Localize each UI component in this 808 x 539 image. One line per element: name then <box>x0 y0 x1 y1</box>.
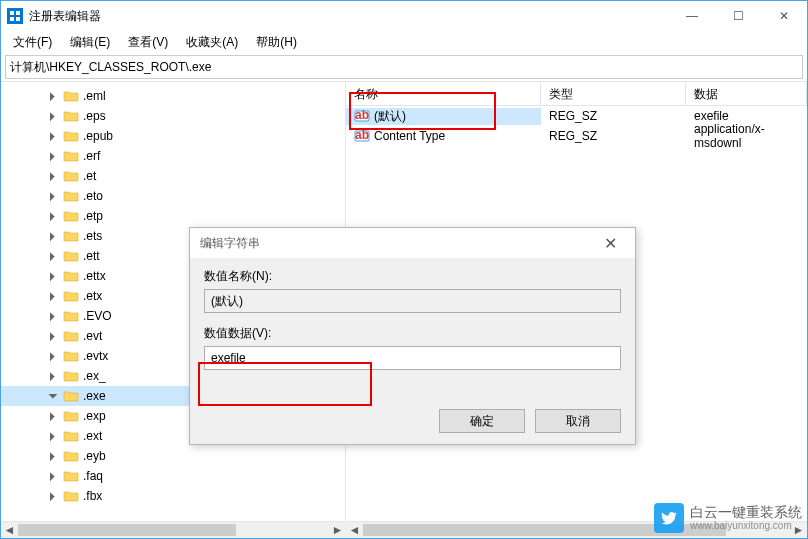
tree-item-label: .ets <box>83 229 102 243</box>
tree-item[interactable]: ⏵.etp <box>1 206 345 226</box>
expand-icon[interactable]: ⏵ <box>47 149 59 163</box>
expand-icon[interactable]: ⏵ <box>47 269 59 283</box>
value-name: (默认) <box>374 108 406 125</box>
tree-item-label: .et <box>83 169 96 183</box>
tree-item[interactable]: ⏵.fbx <box>1 486 345 506</box>
tree-hscroll[interactable]: ◄ ► <box>1 521 346 538</box>
expand-icon[interactable]: ⏵ <box>47 109 59 123</box>
scroll-left-icon[interactable]: ◄ <box>346 522 363 538</box>
value-data: exefile <box>694 109 729 123</box>
tree-item-label: .epub <box>83 129 113 143</box>
expand-icon[interactable]: ⏵ <box>47 349 59 363</box>
tree-item-label: .ex_ <box>83 369 106 383</box>
list-rows: ab(默认)REG_SZexefileabContent TypeREG_SZa… <box>346 106 807 146</box>
watermark-title: 白云一键重装系统 <box>690 505 802 520</box>
watermark-icon <box>654 503 684 533</box>
tree-item-label: .exp <box>83 409 106 423</box>
expand-icon[interactable]: ⏵ <box>47 429 59 443</box>
expand-icon[interactable]: ⏵ <box>47 249 59 263</box>
expand-icon[interactable]: ⏵ <box>47 369 59 383</box>
close-button[interactable]: ✕ <box>761 1 807 31</box>
tree-item-label: .fbx <box>83 489 102 503</box>
expand-icon[interactable]: ⏵ <box>47 409 59 423</box>
dialog-close-button[interactable]: ✕ <box>595 228 625 258</box>
tree-item[interactable]: ⏵.et <box>1 166 345 186</box>
svg-rect-3 <box>16 17 20 21</box>
app-icon <box>7 8 23 24</box>
tree-item-label: .exe <box>83 389 106 403</box>
titlebar: 注册表编辑器 — ☐ ✕ <box>1 1 807 31</box>
menu-edit[interactable]: 编辑(E) <box>62 32 118 53</box>
window-title: 注册表编辑器 <box>29 8 669 25</box>
minimize-button[interactable]: — <box>669 1 715 31</box>
tree-item-label: .ettx <box>83 269 106 283</box>
tree-item[interactable]: ⏵.eto <box>1 186 345 206</box>
value-name-label: 数值名称(N): <box>204 268 621 285</box>
tree-item-label: .eml <box>83 89 106 103</box>
tree-item[interactable]: ⏵.epub <box>1 126 345 146</box>
tree-item-label: .etx <box>83 289 102 303</box>
col-header-name[interactable]: 名称 <box>346 82 541 105</box>
dialog-title: 编辑字符串 <box>200 235 595 252</box>
expand-icon[interactable]: ⏷ <box>47 389 59 403</box>
tree-item[interactable]: ⏵.eml <box>1 86 345 106</box>
menu-view[interactable]: 查看(V) <box>120 32 176 53</box>
menu-help[interactable]: 帮助(H) <box>248 32 305 53</box>
tree-item-label: .etp <box>83 209 103 223</box>
tree-item-label: .eto <box>83 189 103 203</box>
value-data: application/x-msdownl <box>694 122 799 150</box>
svg-rect-1 <box>16 11 20 15</box>
menubar: 文件(F) 编辑(E) 查看(V) 收藏夹(A) 帮助(H) <box>1 31 807 53</box>
tree-item-label: .ett <box>83 249 100 263</box>
expand-icon[interactable]: ⏵ <box>47 89 59 103</box>
tree-item[interactable]: ⏵.eps <box>1 106 345 126</box>
ok-button[interactable]: 确定 <box>439 409 525 433</box>
list-row[interactable]: abContent TypeREG_SZapplication/x-msdown… <box>346 126 807 146</box>
expand-icon[interactable]: ⏵ <box>47 449 59 463</box>
expand-icon[interactable]: ⏵ <box>47 209 59 223</box>
scroll-left-icon[interactable]: ◄ <box>1 522 18 538</box>
expand-icon[interactable]: ⏵ <box>47 309 59 323</box>
value-type: REG_SZ <box>549 129 597 143</box>
col-header-data[interactable]: 数据 <box>686 82 807 105</box>
expand-icon[interactable]: ⏵ <box>47 289 59 303</box>
cancel-button[interactable]: 取消 <box>535 409 621 433</box>
watermark: 白云一键重装系统 www.baiyunxitong.com <box>654 503 802 533</box>
menu-file[interactable]: 文件(F) <box>5 32 60 53</box>
value-data-label: 数值数据(V): <box>204 325 621 342</box>
list-header: 名称 类型 数据 <box>346 82 807 106</box>
address-bar[interactable]: 计算机\HKEY_CLASSES_ROOT\.exe <box>5 55 803 79</box>
tree-item[interactable]: ⏵.erf <box>1 146 345 166</box>
tree-item-label: .evtx <box>83 349 108 363</box>
value-name: Content Type <box>374 129 445 143</box>
tree-item-label: .eyb <box>83 449 106 463</box>
expand-icon[interactable]: ⏵ <box>47 169 59 183</box>
tree-item-label: .erf <box>83 149 100 163</box>
watermark-url: www.baiyunxitong.com <box>690 520 802 531</box>
menu-favorites[interactable]: 收藏夹(A) <box>178 32 246 53</box>
tree-item[interactable]: ⏵.eyb <box>1 446 345 466</box>
svg-rect-0 <box>10 11 14 15</box>
dialog-footer: 确定 取消 <box>190 398 635 444</box>
tree-item-label: .ext <box>83 429 102 443</box>
expand-icon[interactable]: ⏵ <box>47 129 59 143</box>
value-name-field: (默认) <box>204 289 621 313</box>
expand-icon[interactable]: ⏵ <box>47 489 59 503</box>
col-header-type[interactable]: 类型 <box>541 82 686 105</box>
scroll-right-icon[interactable]: ► <box>329 522 346 538</box>
expand-icon[interactable]: ⏵ <box>47 189 59 203</box>
expand-icon[interactable]: ⏵ <box>47 469 59 483</box>
expand-icon[interactable]: ⏵ <box>47 329 59 343</box>
svg-text:ab: ab <box>355 108 369 122</box>
edit-string-dialog: 编辑字符串 ✕ 数值名称(N): (默认) 数值数据(V): 确定 取消 <box>189 227 636 445</box>
expand-icon[interactable]: ⏵ <box>47 229 59 243</box>
dialog-body: 数值名称(N): (默认) 数值数据(V): <box>190 258 635 398</box>
value-data-input[interactable] <box>204 346 621 370</box>
svg-text:ab: ab <box>355 128 369 142</box>
maximize-button[interactable]: ☐ <box>715 1 761 31</box>
tree-item-label: .eps <box>83 109 106 123</box>
dialog-titlebar: 编辑字符串 ✕ <box>190 228 635 258</box>
tree-item-label: .EVO <box>83 309 112 323</box>
address-text: 计算机\HKEY_CLASSES_ROOT\.exe <box>10 59 211 76</box>
tree-item[interactable]: ⏵.faq <box>1 466 345 486</box>
